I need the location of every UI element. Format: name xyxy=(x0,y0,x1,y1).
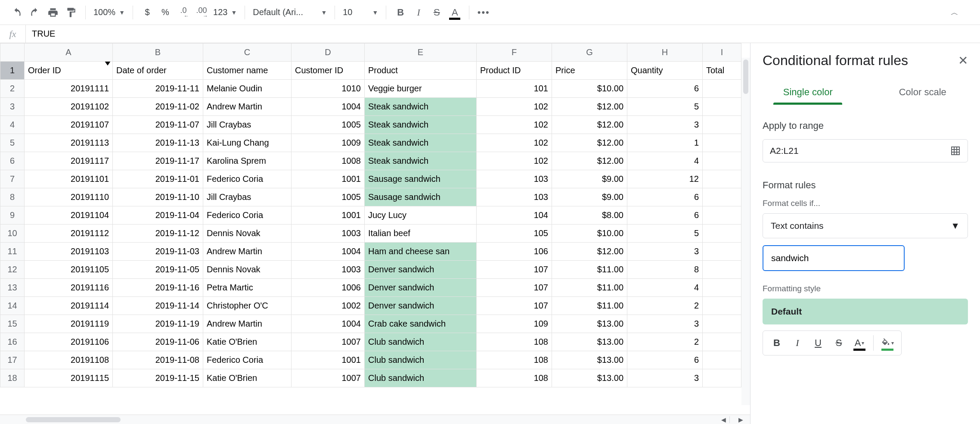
header-cell[interactable]: Total xyxy=(703,62,741,80)
paint-format-button[interactable] xyxy=(63,4,79,21)
cell[interactable]: 1006 xyxy=(292,279,365,297)
cell[interactable]: 105 xyxy=(477,224,552,243)
cell[interactable]: 20191114 xyxy=(25,297,113,315)
cell[interactable]: 4 xyxy=(627,279,703,297)
cell[interactable]: Steak sandwich xyxy=(365,134,477,152)
cell[interactable]: Denver sandwich xyxy=(365,279,477,297)
cell[interactable] xyxy=(703,188,741,206)
cell[interactable] xyxy=(703,152,741,170)
cell[interactable]: Jill Craybas xyxy=(203,188,292,206)
cell[interactable]: 2019-11-03 xyxy=(113,243,203,261)
header-cell[interactable]: Price xyxy=(552,62,627,80)
currency-button[interactable]: $ xyxy=(139,4,155,21)
style-text-color-button[interactable]: A▾ xyxy=(849,334,870,352)
header-cell[interactable]: Product ID xyxy=(477,62,552,80)
cell[interactable]: 2019-11-14 xyxy=(113,297,203,315)
cell[interactable]: 108 xyxy=(477,333,552,351)
header-cell[interactable]: Customer name xyxy=(203,62,292,80)
cell[interactable]: 20191106 xyxy=(25,333,113,351)
close-panel-button[interactable]: ✕ xyxy=(958,53,968,68)
cell[interactable]: Federico Coria xyxy=(203,170,292,188)
tab-color-scale[interactable]: Color scale xyxy=(865,81,980,104)
cell[interactable]: $13.00 xyxy=(552,315,627,333)
cell[interactable]: 2019-11-04 xyxy=(113,206,203,224)
cell[interactable]: 2019-11-13 xyxy=(113,134,203,152)
cell[interactable]: $12.00 xyxy=(552,98,627,116)
cell[interactable]: Katie O'Brien xyxy=(203,369,292,387)
style-fill-color-button[interactable]: ▾ xyxy=(877,334,898,352)
select-range-icon[interactable] xyxy=(950,146,961,156)
cell[interactable]: 2019-11-16 xyxy=(113,279,203,297)
cell[interactable]: 1004 xyxy=(292,243,365,261)
cell[interactable]: 20191111 xyxy=(25,80,113,98)
italic-button[interactable]: I xyxy=(410,4,427,21)
cell[interactable]: 1003 xyxy=(292,224,365,243)
row-header[interactable]: 3 xyxy=(0,98,25,116)
cell[interactable]: Federico Coria xyxy=(203,351,292,369)
cell[interactable]: 101 xyxy=(477,80,552,98)
row-header[interactable]: 17 xyxy=(0,351,25,369)
row-header[interactable]: 13 xyxy=(0,279,25,297)
cell[interactable]: 2019-11-07 xyxy=(113,116,203,134)
cell[interactable]: 20191104 xyxy=(25,206,113,224)
row-header[interactable]: 14 xyxy=(0,297,25,315)
cell[interactable]: 108 xyxy=(477,369,552,387)
header-cell[interactable]: Customer ID xyxy=(292,62,365,80)
cell[interactable]: 20191107 xyxy=(25,116,113,134)
col-header-B[interactable]: B xyxy=(113,44,203,62)
row-header[interactable]: 6 xyxy=(0,152,25,170)
cell[interactable]: Christopher O'C xyxy=(203,297,292,315)
cell[interactable]: 20191103 xyxy=(25,243,113,261)
row-header[interactable]: 8 xyxy=(0,188,25,206)
cell[interactable]: 6 xyxy=(627,188,703,206)
cell[interactable]: 107 xyxy=(477,279,552,297)
cell[interactable] xyxy=(703,134,741,152)
condition-dropdown[interactable]: Text contains ▼ xyxy=(763,213,968,238)
cell[interactable]: 1002 xyxy=(292,297,365,315)
cell[interactable]: 1007 xyxy=(292,333,365,351)
header-cell[interactable]: Quantity xyxy=(627,62,703,80)
cell[interactable]: $9.00 xyxy=(552,188,627,206)
cell[interactable]: Veggie burger xyxy=(365,80,477,98)
row-header[interactable]: 1 xyxy=(0,62,25,80)
cell[interactable]: 5 xyxy=(627,224,703,243)
cell[interactable]: Jucy Lucy xyxy=(365,206,477,224)
style-strike-button[interactable]: S xyxy=(828,334,849,352)
increase-decimal-button[interactable]: .00→ xyxy=(193,4,210,21)
cell[interactable]: 1 xyxy=(627,134,703,152)
cell[interactable] xyxy=(703,315,741,333)
font-size-dropdown[interactable]: 10▼ xyxy=(341,7,380,17)
cell[interactable]: $11.00 xyxy=(552,279,627,297)
spreadsheet-grid[interactable]: A B C D E F G H I 1Order IDDate of order… xyxy=(0,43,750,415)
cell[interactable]: Sausage sandwich xyxy=(365,170,477,188)
header-cell[interactable]: Date of order xyxy=(113,62,203,80)
col-header-G[interactable]: G xyxy=(552,44,627,62)
cell[interactable]: 108 xyxy=(477,351,552,369)
row-header[interactable]: 11 xyxy=(0,243,25,261)
cell[interactable] xyxy=(703,170,741,188)
cell[interactable]: 2019-11-17 xyxy=(113,152,203,170)
cell[interactable]: 3 xyxy=(627,315,703,333)
cell[interactable]: 106 xyxy=(477,243,552,261)
more-tools-button[interactable]: ••• xyxy=(475,4,492,21)
cell[interactable]: 3 xyxy=(627,243,703,261)
cell[interactable]: Club sandwich xyxy=(365,351,477,369)
cell[interactable]: 2019-11-15 xyxy=(113,369,203,387)
cell[interactable]: Sausage sandwich xyxy=(365,188,477,206)
col-header-H[interactable]: H xyxy=(627,44,703,62)
cell[interactable]: $11.00 xyxy=(552,297,627,315)
select-all-corner[interactable] xyxy=(0,44,25,62)
cell[interactable] xyxy=(703,224,741,243)
cell[interactable] xyxy=(703,116,741,134)
text-color-button[interactable]: A xyxy=(447,4,463,21)
cell[interactable]: 1007 xyxy=(292,369,365,387)
cell[interactable]: 2019-11-01 xyxy=(113,170,203,188)
row-header[interactable]: 5 xyxy=(0,134,25,152)
cell[interactable]: 20191113 xyxy=(25,134,113,152)
cell[interactable]: 1008 xyxy=(292,152,365,170)
cell[interactable]: 20191112 xyxy=(25,224,113,243)
cell[interactable] xyxy=(703,80,741,98)
cell[interactable]: Andrew Martin xyxy=(203,98,292,116)
cell[interactable]: 107 xyxy=(477,297,552,315)
cell[interactable] xyxy=(703,351,741,369)
